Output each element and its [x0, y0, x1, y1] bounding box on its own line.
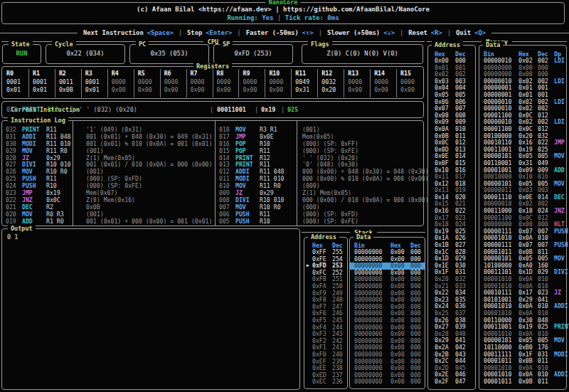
menu-rule-left [0, 33, 78, 33]
log-detail: 001 (0x01) % 010 (0x0A) = 001 (0x01) [86, 141, 212, 148]
log-args: R1 R0 [46, 218, 77, 226]
stack-data-title: Data [353, 233, 373, 241]
output-title: Output [8, 225, 36, 233]
menu-item[interactable]: Next Instruction<Space> [83, 29, 174, 36]
register-name: R7 [191, 70, 213, 78]
stack-pointer-icon [307, 249, 312, 256]
register-dec-value: 0000 [138, 78, 160, 87]
sp-label: SP [220, 41, 233, 48]
state-panel: State RUN [2, 44, 41, 64]
menu-item-key: <↑> [302, 29, 314, 36]
log-entry: 008DIVIR10 010000 (0x00) / 010 (0x0A) = … [219, 197, 428, 204]
memory-op-label: LDI [554, 78, 565, 85]
memory-op-label: LDI [554, 119, 565, 126]
register-cell: R1400000x00 [371, 69, 397, 97]
stack-pointer-icon [307, 304, 312, 311]
memory-op-label: LDI [554, 99, 565, 106]
register-cell: R100010x01 [29, 69, 55, 97]
stack-value-dec: 000 [410, 378, 421, 386]
register-hex-value: 0x0B [59, 86, 81, 95]
stack-pointer-icon [307, 331, 312, 338]
stack-address-row: 0xEC236 [304, 378, 347, 386]
memory-op-label: MOV [554, 153, 565, 160]
menu-item[interactable]: Faster (-50ms)<↑> [246, 29, 314, 36]
menu-item[interactable]: Quit<Q> [456, 29, 486, 36]
menu-separator: | [447, 29, 451, 36]
stack-pointer-icon [307, 351, 312, 359]
stack-address-dec: 236 [332, 378, 343, 386]
stack-rule-left [302, 232, 350, 233]
ci-binary: 00011001 [217, 106, 246, 113]
memory-op-label: JZ [554, 290, 561, 297]
register-name: R9 [243, 70, 265, 78]
menu-item-key: <Space> [147, 29, 174, 36]
memory-value-dec: 011 [538, 378, 554, 386]
menu-item[interactable]: Reset<R> [408, 29, 442, 36]
cycle-panel: Cycle 0x22 (034) [46, 44, 125, 64]
memory-data-row: 000010110x0B011 [479, 378, 566, 386]
register-name: R13 [348, 70, 370, 78]
log-entry: 011MODIR11 010000 (0x00) % 010 (0x0A) = … [219, 176, 428, 183]
register-dec-value: 0001 [85, 78, 107, 87]
pc-value: 0x35 (053) [130, 50, 208, 57]
tick-rate-label: Tick rate: [285, 14, 324, 21]
register-dec-value: 0000 [400, 78, 422, 87]
register-cell: R1300000x00 [344, 69, 371, 97]
register-name: R5 [138, 70, 160, 78]
running-label: Running: [227, 14, 257, 21]
stack-rule-right [377, 232, 425, 233]
running-value: Yes [262, 14, 273, 21]
memory-address-row: 0x2F047 [428, 378, 475, 386]
log-entry: 030MODIR11 010001 (0x01) % 010 (0x0A) = … [6, 141, 212, 148]
stack-pointer-icon [307, 283, 312, 290]
register-name: R0 [6, 70, 28, 78]
stack-value-bin: 00000000 [354, 378, 390, 386]
register-hex-value: 0x00 [112, 86, 134, 95]
menu-item-label: Quit [456, 29, 471, 36]
memory-op-label: JNZ [554, 208, 565, 215]
register-cell: R1200320x20 [318, 69, 344, 97]
register-cell: R800000x00 [213, 69, 240, 97]
stack-pointer-icon [307, 317, 312, 324]
menu-item[interactable]: Slower (+50ms)<↓> [327, 29, 395, 36]
menu-item-label: Slower (+50ms) [327, 29, 380, 36]
cycle-label: Cycle [52, 41, 76, 48]
menu-item[interactable]: Stop<Enter> [187, 29, 232, 36]
menu-item-label: Next Instruction [83, 29, 144, 36]
register-cell: R1500000x00 [397, 69, 422, 97]
register-name: R1 [33, 70, 55, 78]
flags-value: Z(0) C(0) N(0) V(0) [302, 50, 422, 57]
register-name: R8 [217, 70, 239, 78]
status-separator: | [277, 14, 281, 21]
memory-op-label: PUSH [554, 242, 568, 249]
memory-op-label: ADD [554, 167, 565, 174]
register-cell: R200110x0B [55, 69, 82, 97]
register-cell: R300010x01 [82, 69, 108, 97]
menu-separator: | [179, 29, 182, 36]
stack-value-hex: 0x00 [390, 378, 410, 386]
register-cell: R400000x00 [108, 69, 134, 97]
registers-grid: R000010x01R100010x01R200110x0BR300010x01… [3, 69, 422, 97]
menu-item-key: <Q> [474, 29, 486, 36]
register-dec-value: 0000 [164, 78, 186, 87]
log-column-left: 032PRINTR11'1' (049) (0x31)031ADDIR11 04… [6, 127, 212, 225]
register-dec-value: 0000 [243, 78, 265, 87]
log-detail: (000) (SP: 0xFE) [302, 218, 358, 226]
menu-item-key: <↓> [383, 29, 395, 36]
register-dec-value: 0000 [269, 78, 291, 87]
stack-pointer-icon [307, 338, 312, 345]
log-line-number: 019 [6, 218, 22, 226]
stack-pointer-icon [307, 256, 312, 263]
log-entry: 019ADDR1 R0001 (0x01) + 000 (0x00) = 001… [6, 218, 212, 226]
stack-address-panel: Address HexDec 0xFF2550xFE254▶0xFD2530xF… [304, 237, 348, 389]
memory-op-label: PUSH [554, 228, 568, 235]
register-name: R6 [164, 70, 186, 78]
memory-rule-right [512, 41, 567, 42]
terminal-screen: NanoCore (c) Afaan Bilal <https://afaan.… [0, 0, 569, 392]
ci-operand: R12 [48, 106, 58, 113]
log-divider-2 [215, 121, 216, 226]
register-cell: R600000x00 [161, 69, 187, 97]
register-name: R2 [59, 70, 81, 78]
memory-op-label: LDI [554, 58, 565, 65]
log-detail: 000 (0x00) / 010 (0x0A) = 000 (0x00) [302, 197, 428, 204]
